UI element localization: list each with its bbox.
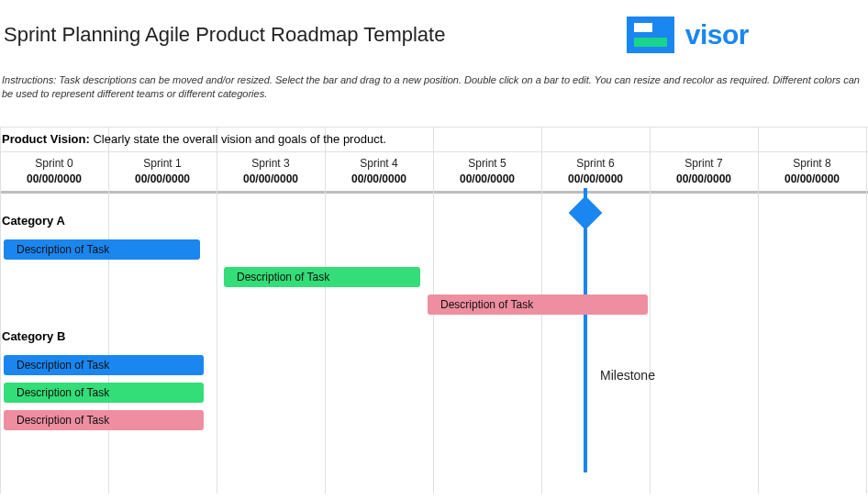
category-a-label: Category A	[2, 214, 65, 228]
sprint-date: 00/00/0000	[325, 172, 433, 185]
visor-logo-icon	[627, 17, 674, 53]
sprint-name: Sprint 4	[325, 157, 433, 170]
sprint-date: 00/00/0000	[541, 172, 650, 185]
visor-logo-text: visor	[685, 19, 749, 50]
sprint-header-row: Sprint 0 00/00/0000 Sprint 1 00/00/0000 …	[0, 157, 868, 185]
sprint-col-2: Sprint 3 00/00/0000	[217, 157, 325, 185]
sprint-name: Sprint 5	[433, 157, 541, 170]
category-b-label: Category B	[2, 329, 65, 343]
task-bar-b3[interactable]: Description of Task	[4, 410, 204, 430]
milestone-diamond-icon[interactable]	[569, 195, 603, 229]
sprint-date: 00/00/0000	[217, 172, 325, 185]
milestone-line[interactable]	[584, 188, 587, 472]
instructions-text: Instructions: Task descriptions can be m…	[0, 53, 868, 101]
sprint-date: 00/00/0000	[758, 172, 866, 185]
sprint-name: Sprint 6	[541, 157, 650, 170]
sprint-col-3: Sprint 4 00/00/0000	[325, 157, 433, 185]
task-bar-b2[interactable]: Description of Task	[4, 383, 204, 403]
sprint-name: Sprint 1	[108, 157, 217, 170]
sprint-name: Sprint 7	[650, 157, 758, 170]
gantt-body: Milestone Category A Description of Task…	[0, 194, 868, 469]
sprint-date: 00/00/0000	[0, 172, 108, 185]
visor-logo: visor	[627, 17, 868, 53]
product-vision-label: Product Vision:	[2, 132, 90, 146]
sprint-col-5: Sprint 6 00/00/0000	[541, 157, 650, 185]
sprint-col-0: Sprint 0 00/00/0000	[0, 157, 108, 185]
sprint-col-6: Sprint 7 00/00/0000	[650, 157, 758, 185]
task-bar-a3[interactable]: Description of Task	[428, 294, 648, 315]
sprint-name: Sprint 0	[0, 157, 108, 170]
sprint-name: Sprint 3	[217, 157, 325, 170]
sprint-name: Sprint 8	[758, 157, 866, 170]
page-title: Sprint Planning Agile Product Roadmap Te…	[4, 23, 445, 47]
sprint-date: 00/00/0000	[650, 172, 758, 185]
sprint-col-4: Sprint 5 00/00/0000	[433, 157, 541, 185]
sprint-col-7: Sprint 8 00/00/0000	[758, 157, 866, 185]
milestone-label: Milestone	[600, 368, 655, 383]
task-bar-b1[interactable]: Description of Task	[4, 355, 204, 375]
sprint-col-1: Sprint 1 00/00/0000	[108, 157, 217, 185]
sprint-date: 00/00/0000	[433, 172, 541, 185]
task-bar-a2[interactable]: Description of Task	[224, 267, 420, 287]
task-bar-a1[interactable]: Description of Task	[4, 239, 200, 260]
product-vision-row: Product Vision: Clearly state the overal…	[0, 127, 868, 151]
sprint-date: 00/00/0000	[108, 172, 217, 185]
product-vision-text: Clearly state the overall vision and goa…	[93, 132, 385, 146]
